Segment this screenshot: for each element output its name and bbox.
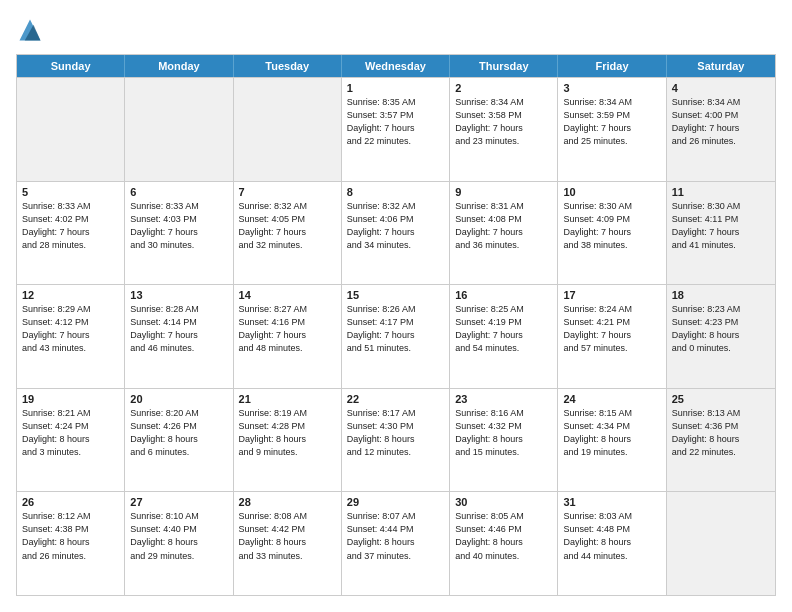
cell-info: Sunrise: 8:07 AM Sunset: 4:44 PM Dayligh… <box>347 510 444 562</box>
day-number: 19 <box>22 393 119 405</box>
day-cell-24: 24Sunrise: 8:15 AM Sunset: 4:34 PM Dayli… <box>558 389 666 492</box>
day-number: 27 <box>130 496 227 508</box>
cell-info: Sunrise: 8:27 AM Sunset: 4:16 PM Dayligh… <box>239 303 336 355</box>
logo-icon <box>16 16 44 44</box>
day-cell-19: 19Sunrise: 8:21 AM Sunset: 4:24 PM Dayli… <box>17 389 125 492</box>
day-number: 2 <box>455 82 552 94</box>
day-number: 25 <box>672 393 770 405</box>
week-row-3: 12Sunrise: 8:29 AM Sunset: 4:12 PM Dayli… <box>17 284 775 388</box>
cell-info: Sunrise: 8:19 AM Sunset: 4:28 PM Dayligh… <box>239 407 336 459</box>
day-cell-18: 18Sunrise: 8:23 AM Sunset: 4:23 PM Dayli… <box>667 285 775 388</box>
calendar-header: SundayMondayTuesdayWednesdayThursdayFrid… <box>17 55 775 77</box>
day-number: 9 <box>455 186 552 198</box>
day-cell-17: 17Sunrise: 8:24 AM Sunset: 4:21 PM Dayli… <box>558 285 666 388</box>
empty-cell <box>17 78 125 181</box>
day-number: 13 <box>130 289 227 301</box>
day-number: 3 <box>563 82 660 94</box>
week-row-5: 26Sunrise: 8:12 AM Sunset: 4:38 PM Dayli… <box>17 491 775 595</box>
cell-info: Sunrise: 8:24 AM Sunset: 4:21 PM Dayligh… <box>563 303 660 355</box>
cell-info: Sunrise: 8:28 AM Sunset: 4:14 PM Dayligh… <box>130 303 227 355</box>
cell-info: Sunrise: 8:33 AM Sunset: 4:02 PM Dayligh… <box>22 200 119 252</box>
day-number: 23 <box>455 393 552 405</box>
day-number: 11 <box>672 186 770 198</box>
cell-info: Sunrise: 8:26 AM Sunset: 4:17 PM Dayligh… <box>347 303 444 355</box>
day-number: 5 <box>22 186 119 198</box>
header-day-saturday: Saturday <box>667 55 775 77</box>
day-number: 16 <box>455 289 552 301</box>
day-cell-5: 5Sunrise: 8:33 AM Sunset: 4:02 PM Daylig… <box>17 182 125 285</box>
cell-info: Sunrise: 8:31 AM Sunset: 4:08 PM Dayligh… <box>455 200 552 252</box>
day-cell-16: 16Sunrise: 8:25 AM Sunset: 4:19 PM Dayli… <box>450 285 558 388</box>
day-number: 30 <box>455 496 552 508</box>
day-number: 22 <box>347 393 444 405</box>
empty-cell <box>234 78 342 181</box>
day-cell-15: 15Sunrise: 8:26 AM Sunset: 4:17 PM Dayli… <box>342 285 450 388</box>
day-cell-25: 25Sunrise: 8:13 AM Sunset: 4:36 PM Dayli… <box>667 389 775 492</box>
day-number: 21 <box>239 393 336 405</box>
day-number: 1 <box>347 82 444 94</box>
cell-info: Sunrise: 8:21 AM Sunset: 4:24 PM Dayligh… <box>22 407 119 459</box>
day-number: 20 <box>130 393 227 405</box>
page: SundayMondayTuesdayWednesdayThursdayFrid… <box>0 0 792 612</box>
day-number: 10 <box>563 186 660 198</box>
day-cell-8: 8Sunrise: 8:32 AM Sunset: 4:06 PM Daylig… <box>342 182 450 285</box>
cell-info: Sunrise: 8:12 AM Sunset: 4:38 PM Dayligh… <box>22 510 119 562</box>
header-day-wednesday: Wednesday <box>342 55 450 77</box>
cell-info: Sunrise: 8:33 AM Sunset: 4:03 PM Dayligh… <box>130 200 227 252</box>
day-cell-29: 29Sunrise: 8:07 AM Sunset: 4:44 PM Dayli… <box>342 492 450 595</box>
calendar-body: 1Sunrise: 8:35 AM Sunset: 3:57 PM Daylig… <box>17 77 775 595</box>
day-cell-3: 3Sunrise: 8:34 AM Sunset: 3:59 PM Daylig… <box>558 78 666 181</box>
header-day-monday: Monday <box>125 55 233 77</box>
cell-info: Sunrise: 8:25 AM Sunset: 4:19 PM Dayligh… <box>455 303 552 355</box>
day-number: 8 <box>347 186 444 198</box>
cell-info: Sunrise: 8:13 AM Sunset: 4:36 PM Dayligh… <box>672 407 770 459</box>
week-row-1: 1Sunrise: 8:35 AM Sunset: 3:57 PM Daylig… <box>17 77 775 181</box>
day-cell-14: 14Sunrise: 8:27 AM Sunset: 4:16 PM Dayli… <box>234 285 342 388</box>
day-cell-2: 2Sunrise: 8:34 AM Sunset: 3:58 PM Daylig… <box>450 78 558 181</box>
day-cell-11: 11Sunrise: 8:30 AM Sunset: 4:11 PM Dayli… <box>667 182 775 285</box>
day-cell-23: 23Sunrise: 8:16 AM Sunset: 4:32 PM Dayli… <box>450 389 558 492</box>
week-row-4: 19Sunrise: 8:21 AM Sunset: 4:24 PM Dayli… <box>17 388 775 492</box>
header-day-sunday: Sunday <box>17 55 125 77</box>
day-cell-28: 28Sunrise: 8:08 AM Sunset: 4:42 PM Dayli… <box>234 492 342 595</box>
day-cell-31: 31Sunrise: 8:03 AM Sunset: 4:48 PM Dayli… <box>558 492 666 595</box>
day-number: 17 <box>563 289 660 301</box>
day-number: 18 <box>672 289 770 301</box>
day-number: 24 <box>563 393 660 405</box>
day-cell-27: 27Sunrise: 8:10 AM Sunset: 4:40 PM Dayli… <box>125 492 233 595</box>
cell-info: Sunrise: 8:35 AM Sunset: 3:57 PM Dayligh… <box>347 96 444 148</box>
cell-info: Sunrise: 8:20 AM Sunset: 4:26 PM Dayligh… <box>130 407 227 459</box>
cell-info: Sunrise: 8:08 AM Sunset: 4:42 PM Dayligh… <box>239 510 336 562</box>
day-cell-20: 20Sunrise: 8:20 AM Sunset: 4:26 PM Dayli… <box>125 389 233 492</box>
day-number: 6 <box>130 186 227 198</box>
cell-info: Sunrise: 8:17 AM Sunset: 4:30 PM Dayligh… <box>347 407 444 459</box>
day-cell-4: 4Sunrise: 8:34 AM Sunset: 4:00 PM Daylig… <box>667 78 775 181</box>
cell-info: Sunrise: 8:32 AM Sunset: 4:06 PM Dayligh… <box>347 200 444 252</box>
empty-cell <box>125 78 233 181</box>
cell-info: Sunrise: 8:16 AM Sunset: 4:32 PM Dayligh… <box>455 407 552 459</box>
day-cell-21: 21Sunrise: 8:19 AM Sunset: 4:28 PM Dayli… <box>234 389 342 492</box>
day-number: 4 <box>672 82 770 94</box>
header-day-tuesday: Tuesday <box>234 55 342 77</box>
day-cell-6: 6Sunrise: 8:33 AM Sunset: 4:03 PM Daylig… <box>125 182 233 285</box>
day-cell-10: 10Sunrise: 8:30 AM Sunset: 4:09 PM Dayli… <box>558 182 666 285</box>
cell-info: Sunrise: 8:29 AM Sunset: 4:12 PM Dayligh… <box>22 303 119 355</box>
week-row-2: 5Sunrise: 8:33 AM Sunset: 4:02 PM Daylig… <box>17 181 775 285</box>
cell-info: Sunrise: 8:34 AM Sunset: 3:59 PM Dayligh… <box>563 96 660 148</box>
day-number: 15 <box>347 289 444 301</box>
day-cell-9: 9Sunrise: 8:31 AM Sunset: 4:08 PM Daylig… <box>450 182 558 285</box>
cell-info: Sunrise: 8:30 AM Sunset: 4:09 PM Dayligh… <box>563 200 660 252</box>
cell-info: Sunrise: 8:23 AM Sunset: 4:23 PM Dayligh… <box>672 303 770 355</box>
empty-cell <box>667 492 775 595</box>
cell-info: Sunrise: 8:03 AM Sunset: 4:48 PM Dayligh… <box>563 510 660 562</box>
day-number: 31 <box>563 496 660 508</box>
cell-info: Sunrise: 8:32 AM Sunset: 4:05 PM Dayligh… <box>239 200 336 252</box>
day-number: 28 <box>239 496 336 508</box>
day-cell-7: 7Sunrise: 8:32 AM Sunset: 4:05 PM Daylig… <box>234 182 342 285</box>
header-day-friday: Friday <box>558 55 666 77</box>
day-number: 14 <box>239 289 336 301</box>
cell-info: Sunrise: 8:30 AM Sunset: 4:11 PM Dayligh… <box>672 200 770 252</box>
header-day-thursday: Thursday <box>450 55 558 77</box>
cell-info: Sunrise: 8:15 AM Sunset: 4:34 PM Dayligh… <box>563 407 660 459</box>
day-number: 26 <box>22 496 119 508</box>
